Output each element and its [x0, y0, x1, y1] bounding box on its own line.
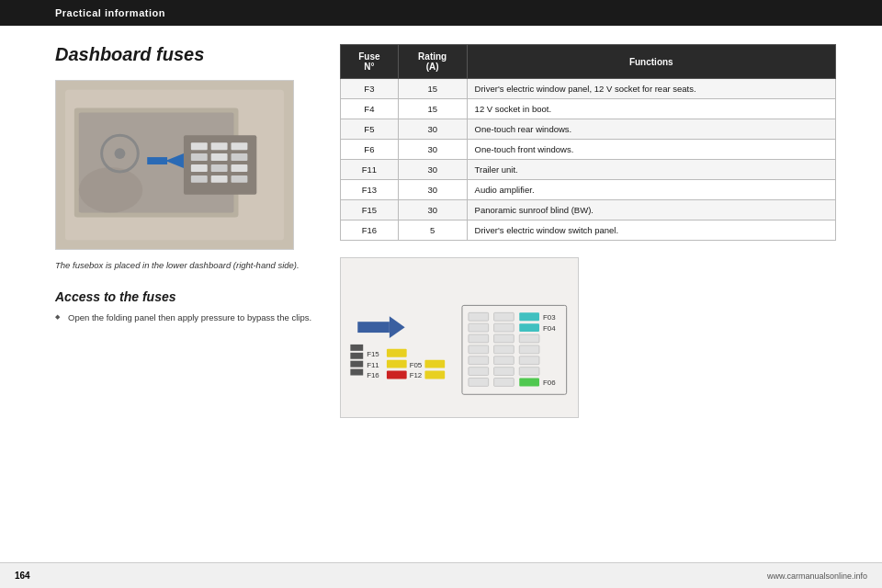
svg-text:F12: F12 — [410, 371, 423, 379]
svg-text:F04: F04 — [543, 324, 556, 333]
svg-rect-51 — [494, 368, 514, 376]
function-cell: Driver's electric window panel, 12 V soc… — [467, 79, 835, 99]
svg-rect-47 — [494, 323, 514, 332]
svg-rect-26 — [350, 353, 363, 359]
header-title: Practical information — [55, 7, 165, 18]
svg-text:F15: F15 — [367, 350, 379, 358]
svg-rect-11 — [191, 164, 208, 172]
table-row: F630One-touch front windows. — [341, 140, 836, 160]
svg-rect-43 — [469, 356, 489, 365]
svg-text:F05: F05 — [410, 361, 423, 369]
access-title: Access to the fuses — [55, 289, 312, 304]
content-area: Dashboard fuses — [0, 26, 882, 436]
col-rating: Rating(A) — [398, 45, 467, 79]
function-cell: Driver's electric window switch panel. — [467, 220, 835, 241]
svg-rect-25 — [350, 345, 363, 351]
rating-cell: 30 — [398, 119, 467, 140]
dashboard-illustration — [56, 80, 293, 250]
svg-rect-61 — [519, 378, 539, 386]
col-fuse-number: FuseN° — [341, 45, 399, 79]
svg-rect-12 — [211, 164, 228, 172]
fuse-table: FuseN° Rating(A) Functions F315Driver's … — [340, 44, 836, 241]
svg-text:F03: F03 — [543, 313, 556, 322]
svg-rect-32 — [387, 360, 407, 368]
section-title: Dashboard fuses — [55, 44, 312, 65]
table-row: F315Driver's electric window panel, 12 V… — [341, 79, 836, 99]
svg-rect-58 — [519, 345, 539, 354]
svg-point-21 — [115, 148, 126, 159]
function-cell: 12 V socket in boot. — [467, 99, 835, 119]
svg-rect-15 — [211, 175, 228, 183]
svg-rect-16 — [232, 175, 248, 183]
table-row: F530One-touch rear windows. — [341, 119, 836, 140]
fuse-number-cell: F4 — [341, 99, 399, 119]
svg-rect-34 — [387, 371, 407, 379]
function-cell: Trailer unit. — [467, 160, 835, 180]
svg-rect-23 — [357, 322, 390, 333]
rating-cell: 15 — [398, 79, 467, 99]
rating-cell: 30 — [398, 140, 467, 160]
header-bar: Practical information — [0, 0, 882, 26]
svg-rect-50 — [494, 356, 514, 365]
fuse-caption: The fusebox is placed in the lower dashb… — [55, 259, 312, 271]
svg-rect-39 — [469, 312, 489, 321]
access-instruction-text: Open the folding panel then apply pressu… — [68, 312, 311, 322]
svg-rect-57 — [519, 334, 539, 343]
page-number: 164 — [15, 571, 30, 581]
table-row: F1130Trailer unit. — [341, 160, 836, 180]
svg-text:F11: F11 — [367, 361, 379, 369]
svg-rect-8 — [191, 153, 208, 161]
svg-rect-10 — [232, 153, 248, 161]
svg-rect-13 — [232, 164, 248, 172]
fuse-layout-svg: F15 F11 F16 F12 F05 — [341, 258, 578, 417]
right-column: FuseN° Rating(A) Functions F315Driver's … — [340, 44, 836, 418]
fuse-number-cell: F15 — [341, 200, 399, 220]
website-url: www.carmanualsonline.info — [767, 571, 867, 581]
function-cell: Audio amplifier. — [467, 180, 835, 200]
table-row: F41512 V socket in boot. — [341, 99, 836, 119]
fuse-number-cell: F3 — [341, 79, 399, 99]
col-functions: Functions — [467, 45, 835, 79]
svg-rect-53 — [519, 312, 539, 321]
svg-text:F16: F16 — [367, 371, 379, 379]
left-column: Dashboard fuses — [55, 44, 312, 418]
svg-rect-41 — [469, 334, 489, 343]
svg-rect-36 — [424, 371, 445, 379]
fuse-number-cell: F13 — [341, 180, 399, 200]
function-cell: Panoramic sunroof blind (BW). — [467, 200, 835, 220]
svg-rect-46 — [494, 312, 514, 321]
svg-rect-49 — [494, 345, 514, 354]
table-row: F1530Panoramic sunroof blind (BW). — [341, 200, 836, 220]
rating-cell: 30 — [398, 180, 467, 200]
function-cell: One-touch rear windows. — [467, 119, 835, 140]
svg-rect-55 — [519, 323, 539, 332]
svg-rect-6 — [211, 142, 228, 150]
svg-rect-22 — [341, 258, 577, 417]
fuse-number-cell: F6 — [341, 140, 399, 160]
svg-rect-9 — [211, 153, 228, 161]
rating-cell: 30 — [398, 160, 467, 180]
svg-text:F06: F06 — [543, 379, 556, 387]
svg-point-19 — [79, 167, 142, 213]
rating-cell: 5 — [398, 220, 467, 241]
table-row: F165Driver's electric window switch pane… — [341, 220, 836, 241]
svg-rect-59 — [519, 356, 539, 365]
svg-rect-14 — [191, 175, 208, 183]
svg-rect-45 — [469, 378, 489, 386]
svg-rect-40 — [469, 323, 489, 332]
fuse-number-cell: F16 — [341, 220, 399, 241]
svg-rect-18 — [147, 157, 167, 164]
svg-rect-38 — [424, 360, 445, 368]
svg-rect-42 — [469, 345, 489, 354]
svg-rect-60 — [519, 368, 539, 376]
table-row: F1330Audio amplifier. — [341, 180, 836, 200]
svg-rect-28 — [350, 369, 363, 376]
rating-cell: 15 — [398, 99, 467, 119]
svg-rect-27 — [350, 361, 363, 368]
fuse-layout-diagram: F15 F11 F16 F12 F05 — [340, 257, 579, 418]
svg-rect-5 — [191, 142, 208, 150]
function-cell: One-touch front windows. — [467, 140, 835, 160]
fuse-image — [55, 80, 294, 250]
svg-rect-52 — [494, 378, 514, 386]
access-instruction: Open the folding panel then apply pressu… — [55, 311, 312, 324]
